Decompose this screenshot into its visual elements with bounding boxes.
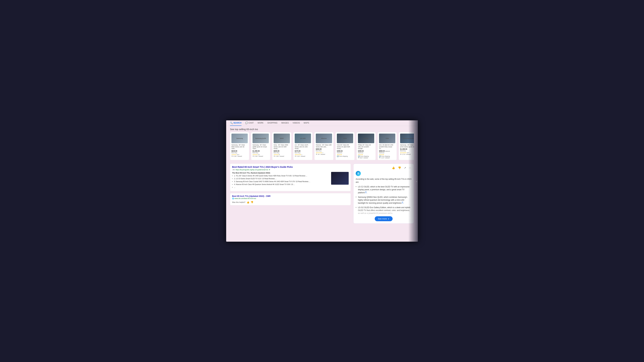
main-split: Best Rated 65 Inch Smart TVs | 2023 Buye… <box>230 164 414 224</box>
scroll-indicator[interactable]: ⌄ <box>416 180 418 183</box>
product-rating: ★★★★6 <box>274 154 290 155</box>
product-image-inner: Philips <box>358 134 374 143</box>
product-views: 👁 3.1K+ viewed <box>295 155 311 157</box>
products-scroll[interactable]: Samsung Samsung - 65" Class 8000 Series … <box>230 132 414 161</box>
buyers-guide-title[interactable]: Best Rated 65 Inch Smart TVs | 2023 Buye… <box>232 166 349 168</box>
product-views: 👁 1.5K+ viewed <box>274 155 290 157</box>
product-rating: ★★★★★1 <box>295 154 311 155</box>
nav-images[interactable]: IMAGES <box>281 122 289 126</box>
stars-icon: ★★★★ <box>337 154 342 155</box>
right-column: 👍 👎 ↗ ··· ᗾ According to the web, some o… <box>353 164 414 224</box>
product-store: Walmart <box>337 152 353 154</box>
product-views: 👁 2.5K+ viewed <box>252 155 269 157</box>
product-name: LG - 65" Class UQ75 Series LED 4K UHD Sm… <box>295 144 311 150</box>
product-image: ONN <box>379 134 395 143</box>
buyers-guide-url: Ad https://buyersguide.org/top-10-guide/… <box>232 169 349 171</box>
product-price: $649.99 <box>232 150 248 152</box>
product-store: Best Buy <box>295 152 311 154</box>
nav-videos[interactable]: VIDEOS <box>292 122 300 126</box>
stars-icon: ★★★★ <box>379 154 384 155</box>
product-card[interactable]: ONN Onn. 65 Qled 4K UHD (2160P) Roku Sma… <box>378 132 397 160</box>
thumbs-down-ai-button[interactable]: 👎 <box>397 166 402 170</box>
product-price: $699.99 <box>274 150 290 152</box>
rating-count: 13 <box>258 154 260 155</box>
content-area: See top selling 65-inch tvs Samsung Sams… <box>226 126 418 240</box>
product-name: Sony - 65" Class X80K Series LED 4K HDR … <box>274 144 290 150</box>
product-store: Best Buy <box>400 150 414 152</box>
ai-list-item: Samsung QN90A Neo QLED, which combines S… <box>356 196 412 204</box>
product-card[interactable]: LG UHD LG - 65" Class UQ75 Series LED 4K… <box>293 132 312 160</box>
buyers-guide-text: The Best 65 Inch TVs, Ranked (Updated 20… <box>232 172 329 189</box>
product-views: 👁 3.3K+ viewed <box>232 155 248 157</box>
stars-icon: ★★★★ <box>252 154 258 155</box>
product-store: Best Buy <box>252 152 269 154</box>
buyers-guide-list: 1. TCL 65" Class 6-Series 4K UHD QLED Do… <box>232 175 329 189</box>
product-card[interactable]: Samsung Samsung - 65" Class 8000 Series … <box>230 132 249 160</box>
product-image: Philips <box>358 134 374 143</box>
more-ai-button[interactable]: ··· <box>408 166 412 170</box>
helpful-section: Was this helpful? 👍 👎 <box>232 201 349 204</box>
thumbs-up-button[interactable]: 👍 <box>246 201 249 204</box>
product-card[interactable]: Samsung QLED Samsung - 65" Class Q70A Se… <box>399 132 414 160</box>
product-card[interactable]: Samsung QLED Samsung - 65" Class Q80B QL… <box>251 132 270 160</box>
buyers-list-item: ... <box>232 186 329 189</box>
stars-icon: ★★★★ <box>232 154 236 155</box>
stars-icon: ★★★★★ <box>400 152 406 154</box>
ad-badge: Ad <box>232 169 235 171</box>
product-image: Hisense <box>316 134 332 143</box>
product-image: SONY <box>274 134 290 143</box>
product-image-inner: Samsung QLED <box>400 134 414 143</box>
product-price: $1,099.99 <box>400 148 414 150</box>
product-image-inner: LG UHD <box>295 134 311 143</box>
product-price: $899.99 <box>316 148 332 150</box>
buyers-guide-subtitle: The Best 65 Inch TVs, Ranked (Updated 20… <box>232 172 329 174</box>
product-image: Samsung <box>232 134 248 143</box>
rating-count: 1 <box>302 154 302 155</box>
rating-count: 1 <box>322 152 323 154</box>
see-more-button[interactable]: See more ∨ <box>375 216 392 221</box>
product-card[interactable]: SONY Sony - 65" Class X80K Series LED 4K… <box>272 132 291 160</box>
ai-panel-header: 👍 👎 ↗ ··· <box>356 166 412 170</box>
product-rating: ★★★★ <box>358 154 374 155</box>
product-image: VIZIO <box>337 134 353 143</box>
product-image-inner: ONN <box>379 134 395 143</box>
nav-work[interactable]: WORK <box>258 122 264 126</box>
product-name: Onn. 65 Qled 4K UHD (2160P) Roku Smart T… <box>379 144 395 150</box>
nav-shopping[interactable]: SHOPPING <box>268 122 278 126</box>
product-store: Best Buy <box>316 150 332 152</box>
cbr-title[interactable]: Best 65 Inch TVs (Updated 2022) - CBR <box>232 195 349 197</box>
shipping-info: 🔄 Free shipping <box>358 155 374 157</box>
product-name: Samsung - 65" Class Q70A Series QLED 4K.… <box>400 144 414 148</box>
shipping-info: 🔄 Free shipping <box>379 155 395 157</box>
thumbs-up-ai-button[interactable]: 👍 <box>391 166 396 170</box>
buyers-list-item: 3. Samsung 65-Inch Class Crystal UHD TU-… <box>232 181 329 183</box>
stars-icon: ★★★★ <box>274 154 279 155</box>
product-card[interactable]: Philips Philips 65" Class 4K Ultra HD (2… <box>356 132 376 160</box>
product-card[interactable]: VIZIO Vizio 65" Class M6 Series 4K Qled … <box>336 132 354 160</box>
buyers-guide-image-inner <box>331 172 349 185</box>
nav-search[interactable]: 🔍 SEARCH <box>230 122 242 126</box>
product-image-inner: VIZIO <box>337 134 353 143</box>
product-price: $898.00 $568.00 <box>379 150 395 152</box>
product-store: Walmart <box>358 152 374 154</box>
product-image-inner: Samsung <box>232 134 248 143</box>
bing-ai-logo: ᗾ <box>356 171 361 176</box>
stars-icon: ★★★★★ <box>316 152 322 154</box>
product-image-inner: Samsung QLED <box>252 134 269 143</box>
shipping-info: 🔄 Free shipping <box>337 155 353 157</box>
thumbs-down-button[interactable]: 👎 <box>250 201 253 204</box>
product-rating: ★★★★1K+ <box>232 154 248 155</box>
share-ai-button[interactable]: ↗ <box>403 166 407 170</box>
rating-count: 1K+ <box>407 152 409 154</box>
stars-icon: ★★★★★ <box>295 154 301 155</box>
nav-maps[interactable]: MAPS <box>304 122 309 126</box>
nav-chat[interactable]: 💬 CHAT <box>245 122 254 126</box>
product-card[interactable]: Hisense Hisense - 65" Class U8H Series M… <box>314 132 334 160</box>
product-price: $479.99 <box>295 150 311 152</box>
product-views: 👁 1K+ viewed <box>316 154 332 155</box>
product-rating: ★★★★ <box>337 154 353 155</box>
cbr-url: 🌐 www.cbr.com/best-65-inch-tvs/ <box>232 198 349 199</box>
product-name: Philips 65" Class 4K Ultra HD (2160P) Go… <box>358 144 374 150</box>
cbr-card: Best 65 Inch TVs (Updated 2022) - CBR 🌐 … <box>230 193 351 205</box>
product-image-inner: Hisense <box>316 134 332 143</box>
